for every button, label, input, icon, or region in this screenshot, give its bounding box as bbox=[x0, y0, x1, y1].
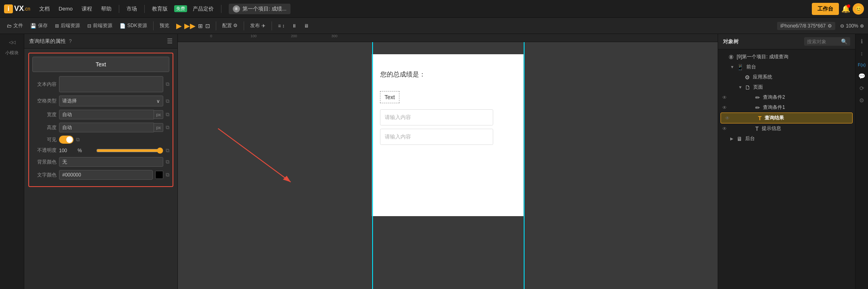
props-menu-icon[interactable]: ☰ bbox=[167, 37, 173, 45]
zoom-control: ⊖ 100% ⊕ bbox=[840, 23, 864, 29]
text-content-label: 文本内容 bbox=[32, 81, 57, 88]
search-input[interactable] bbox=[807, 39, 839, 45]
chat-tool[interactable]: 💬 bbox=[857, 71, 867, 81]
nav-demo[interactable]: Demo bbox=[55, 4, 76, 13]
logo[interactable]: i VX .cn bbox=[4, 4, 30, 13]
bg-color-copy[interactable]: ⧉ bbox=[166, 159, 169, 165]
device-selector[interactable]: iPhone6/7/8 375*667 ⚙ bbox=[777, 22, 835, 30]
workspace-button[interactable]: 工作台 bbox=[812, 3, 839, 15]
refresh-tool[interactable]: ⟳ bbox=[858, 83, 866, 93]
pause-btn[interactable]: ⏸ bbox=[289, 22, 299, 30]
width-input[interactable] bbox=[59, 110, 154, 119]
tree-item-page[interactable]: ▼ 🗋 页面 bbox=[718, 82, 855, 92]
fx-tool[interactable]: F(x) bbox=[856, 61, 868, 69]
expand-page[interactable]: ▼ bbox=[738, 85, 743, 89]
eye-queryresult[interactable]: 👁 bbox=[725, 115, 730, 121]
zoom-minus-icon[interactable]: ⊖ bbox=[840, 23, 844, 29]
toolbar-sep-4 bbox=[272, 21, 272, 30]
device-view-btn[interactable]: 🖥 bbox=[301, 22, 312, 30]
visible-toggle[interactable] bbox=[59, 136, 74, 144]
toolbar-sep-3 bbox=[244, 21, 244, 30]
preview-btn[interactable]: 预览 bbox=[157, 21, 172, 30]
eye-query2[interactable]: 👁 bbox=[722, 95, 727, 100]
toolbar-sep-2 bbox=[216, 21, 216, 30]
ruler-mark-0: 0 bbox=[210, 34, 212, 38]
backend-label: 后端资源 bbox=[61, 22, 80, 29]
file-menu[interactable]: 🗁 文件 bbox=[4, 21, 26, 30]
text-element-box[interactable]: Text bbox=[380, 91, 400, 103]
small-module-label[interactable]: 小模块 bbox=[0, 47, 24, 58]
notification-bell[interactable]: 🔔 bbox=[841, 4, 850, 13]
nav-edu[interactable]: 教育版 bbox=[149, 4, 171, 14]
tree-item-frontend[interactable]: ▼ 📱 前台 bbox=[718, 62, 855, 72]
text-content-copy[interactable]: ⧉ bbox=[166, 81, 169, 87]
play-forward-button[interactable]: ▶▶ bbox=[184, 21, 196, 30]
file-icon: 🗁 bbox=[7, 23, 12, 29]
tree-label-appsys: 应用系统 bbox=[753, 74, 851, 81]
nav-help[interactable]: 帮助 bbox=[98, 4, 115, 14]
tree-item-appsys[interactable]: ⚙ 应用系统 bbox=[718, 72, 855, 82]
info-tool[interactable]: ℹ bbox=[859, 36, 864, 46]
eye-query1[interactable]: 👁 bbox=[722, 105, 727, 110]
tree-item-query1[interactable]: 👁 ✏ 查询条件1 bbox=[718, 102, 855, 113]
space-type-copy[interactable]: ⧉ bbox=[166, 98, 169, 104]
nav-docs[interactable]: 文档 bbox=[36, 4, 53, 14]
space-type-select[interactable]: 请选择 ∨ bbox=[59, 96, 163, 106]
publish-btn[interactable]: 发布 ✈ bbox=[247, 21, 268, 30]
logo-cn: .cn bbox=[24, 6, 30, 12]
height-input[interactable] bbox=[59, 123, 154, 132]
grid-view-btn[interactable]: ⊞ bbox=[198, 23, 203, 29]
opacity-copy[interactable]: ⧉ bbox=[166, 147, 169, 154]
left-sidebar: ◁◁ 小模块 bbox=[0, 34, 24, 289]
visible-copy[interactable]: ⧉ bbox=[76, 136, 80, 143]
expand-backend[interactable]: ▶ bbox=[730, 136, 735, 141]
backend-btn[interactable]: ⊞ 后端资源 bbox=[52, 21, 83, 30]
text-color-input[interactable] bbox=[59, 170, 153, 180]
tree-label-frontend: 前台 bbox=[746, 64, 851, 70]
text-color-swatch[interactable] bbox=[155, 171, 163, 179]
props-help-icon[interactable]: ? bbox=[69, 38, 72, 44]
zoom-plus-icon[interactable]: ⊕ bbox=[860, 23, 864, 29]
tree-label-project: [9]第一个项目: 成绩查询 bbox=[737, 53, 851, 60]
opacity-slider[interactable] bbox=[96, 147, 163, 154]
tipinfo-tree-icon: T bbox=[755, 125, 759, 132]
frontend-btn[interactable]: ⊟ 前端资源 bbox=[84, 21, 115, 30]
prop-visible-row: 可见 ⧉ bbox=[32, 136, 169, 144]
bg-color-input[interactable] bbox=[59, 157, 163, 167]
eye-tipinfo[interactable]: 👁 bbox=[722, 126, 727, 132]
tree-item-backend[interactable]: ▶ 🖥 后台 bbox=[718, 134, 855, 144]
logo-vx: VX bbox=[14, 4, 24, 13]
text-content-input[interactable] bbox=[59, 76, 163, 92]
project-tree-icon: ⑧ bbox=[729, 54, 734, 60]
layout-btn[interactable]: ⊡ bbox=[205, 23, 210, 29]
tree-item-tipinfo[interactable]: 👁 T 提示信息 bbox=[718, 123, 855, 134]
width-copy[interactable]: ⧉ bbox=[166, 111, 169, 118]
text-color-copy[interactable]: ⧉ bbox=[166, 172, 169, 178]
project-name: 第一个项目: 成绩... bbox=[242, 5, 287, 13]
search-box[interactable]: 🔍 bbox=[804, 37, 850, 46]
project-selector[interactable]: ⑧ 第一个项目: 成绩... bbox=[229, 4, 291, 14]
zoom-level: 100% bbox=[846, 23, 858, 29]
height-copy[interactable]: ⧉ bbox=[166, 124, 169, 131]
expand-frontend[interactable]: ▼ bbox=[730, 65, 735, 69]
settings-btn[interactable]: 配置 ⚙ bbox=[219, 21, 240, 30]
tree-item-query2[interactable]: 👁 ✏ 查询条件2 bbox=[718, 92, 855, 102]
save-icon: 💾 bbox=[30, 23, 36, 29]
bg-color-label: 背景颜色 bbox=[32, 159, 57, 166]
gear-tool[interactable]: ⚙ bbox=[857, 96, 866, 105]
prop-height-row: 高度 px ⧉ bbox=[32, 123, 169, 132]
nav-pricing[interactable]: 产品定价 bbox=[190, 4, 217, 14]
tree-label-query1: 查询条件1 bbox=[763, 104, 851, 111]
tree-item-project[interactable]: ⑧ [9]第一个项目: 成绩查询 bbox=[718, 52, 855, 62]
tree-item-queryresult[interactable]: 👁 T 查询结果 bbox=[721, 113, 853, 123]
left-panel-toggle[interactable]: ◁◁ bbox=[0, 37, 24, 47]
play-button[interactable]: ▶ bbox=[176, 21, 182, 30]
user-avatar[interactable]: 😊 bbox=[853, 3, 864, 15]
props-header: 查询结果的属性 ? ☰ bbox=[24, 34, 177, 49]
align-btn[interactable]: ≡ ↕ bbox=[275, 22, 287, 30]
nav-courses[interactable]: 课程 bbox=[78, 4, 95, 14]
resize-tool[interactable]: ↕ bbox=[859, 49, 865, 58]
sdk-btn[interactable]: 📄 SDK资源 bbox=[117, 21, 150, 30]
nav-market[interactable]: 市场 bbox=[123, 4, 140, 14]
save-btn[interactable]: 💾 保存 bbox=[27, 21, 51, 30]
